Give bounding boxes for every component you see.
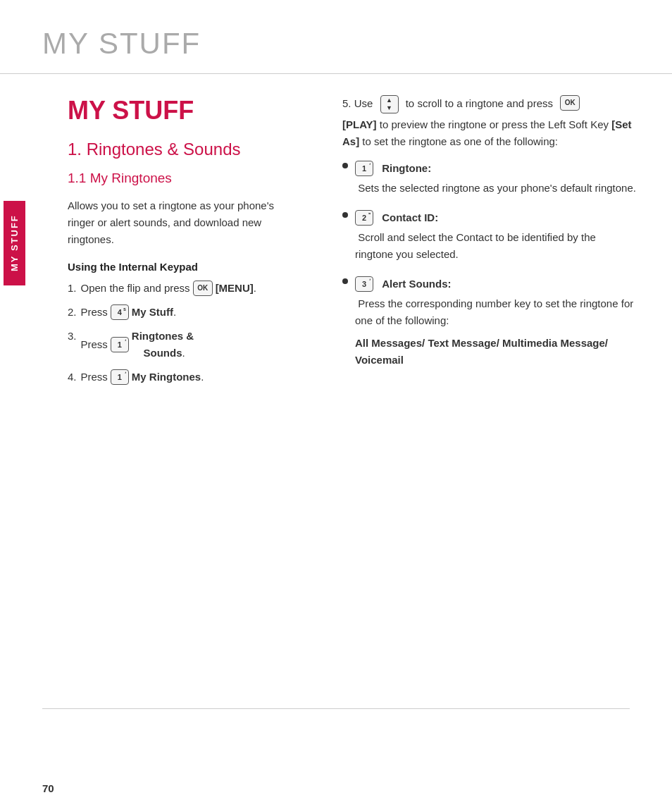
bullet-1-inline: 1ʼ Ringtone: Sets the selected ringtone … [355,160,637,197]
key-1-step4: 1ʼ [111,369,129,385]
page-header-title: MY STUFF [42,27,630,61]
step-3-bold: Ringtones & Sounds. [132,328,194,362]
right-column: 5. Use ▲ ▼ to scroll to a ringtone and p… [321,74,672,708]
arrow-up-icon: ▲ [386,97,392,104]
bullet-dot-1 [342,163,348,168]
ok-key-step5: OK [560,95,580,111]
step-4-number: 4. [68,369,77,386]
key-1-bullet1: 1ʼ [355,161,373,176]
side-tab-label: MY STUFF [4,201,25,285]
step-3: 3. Press 1ʼ Ringtones & Sounds. [68,328,300,362]
step-5-prefix: 5. Use [342,95,376,112]
bullet-3-content: 3ʼ Alert Sounds: Press the corresponding… [355,276,637,369]
left-column: MY STUFF 1. Ringtones & Sounds 1.1 My Ri… [25,74,321,708]
step-4: 4. Press 1ʼ My Ringtones. [68,369,300,386]
key-4-step2: 4s [111,304,129,320]
step-1-number: 1. [68,280,77,297]
bullet-alert-sounds: 3ʼ Alert Sounds: Press the corresponding… [342,276,637,369]
nav-scroll-icon: ▲ ▼ [380,95,399,113]
key-3-bullet3: 3ʼ [355,276,373,292]
side-tab: MY STUFF [0,74,25,708]
step-4-bold: My Ringtones. [132,369,204,386]
step-1: 1. Open the flip and press OK [MENU]. [68,280,300,297]
bullet-contact-id: 2ʷ Contact ID: Scroll and select the Con… [342,209,637,263]
step-2-bold: My Stuff. [132,304,176,321]
bullet-1-label: Ringtone: [382,160,431,177]
arrow-down-icon: ▼ [386,105,392,111]
step-3-number: 3. [68,328,77,345]
bullet-2-content: 2ʷ Contact ID: Scroll and select the Con… [355,209,637,263]
bullet-1-content: 1ʼ Ringtone: Sets the selected ringtone … [355,160,637,197]
step-5-text: to scroll to a ringtone and press [403,95,556,112]
step-1-text-before: Open the flip and press [81,280,190,297]
alert-sounds-note: All Messages/ Text Message/ Multimedia M… [355,335,637,369]
bullet-dot-3 [342,278,348,284]
footer-divider [42,708,630,709]
step-1-content: Open the flip and press OK [MENU]. [81,280,256,297]
section-title: MY STUFF [68,95,300,125]
bullet-2-label: Contact ID: [382,209,438,226]
step-2: 2. Press 4s My Stuff. [68,304,300,321]
ok-key-step1: OK [193,281,213,296]
bullet-2-inline: 2ʷ Contact ID: Scroll and select the Con… [355,209,637,263]
bullet-dot-2 [342,212,348,218]
keypad-heading: Using the Internal Keypad [68,261,300,273]
bullet-3-inline: 3ʼ Alert Sounds: Press the corresponding… [355,276,637,329]
bullet-list: 1ʼ Ringtone: Sets the selected ringtone … [342,160,637,369]
steps-list: 1. Open the flip and press OK [MENU]. 2.… [68,280,300,386]
ringtones-sounds-title: 1. Ringtones & Sounds [68,138,300,160]
body-text: Allows you to set a ringtone as your pho… [68,197,300,248]
step-5-continuation: [PLAY] to preview the ringtone or press … [342,116,637,150]
bullet-ringtone: 1ʼ Ringtone: Sets the selected ringtone … [342,160,637,197]
step-3-text-before: Press [81,336,108,353]
bullet-3-label: Alert Sounds: [382,276,451,292]
my-ringtones-title: 1.1 My Ringtones [68,170,300,187]
step-2-content: Press 4s My Stuff. [81,304,177,321]
step-3-content: Press 1ʼ Ringtones & Sounds. [81,328,194,362]
main-content: MY STUFF MY STUFF 1. Ringtones & Sounds … [0,74,672,708]
step-2-text-before: Press [81,304,108,321]
page-header: MY STUFF [0,0,672,74]
step-4-text-before: Press [81,369,108,386]
key-2-bullet2: 2ʷ [355,210,373,226]
step-1-text-after: [MENU]. [216,280,256,297]
page-footer: 70 [42,782,54,794]
step-4-content: Press 1ʼ My Ringtones. [81,369,204,386]
page-number: 70 [42,782,54,794]
step-5-intro: 5. Use ▲ ▼ to scroll to a ringtone and p… [342,95,637,113]
key-1-step3: 1ʼ [111,337,129,352]
step-2-number: 2. [68,304,77,321]
step-5-play-text: [PLAY] to preview the ringtone or press … [342,118,631,147]
